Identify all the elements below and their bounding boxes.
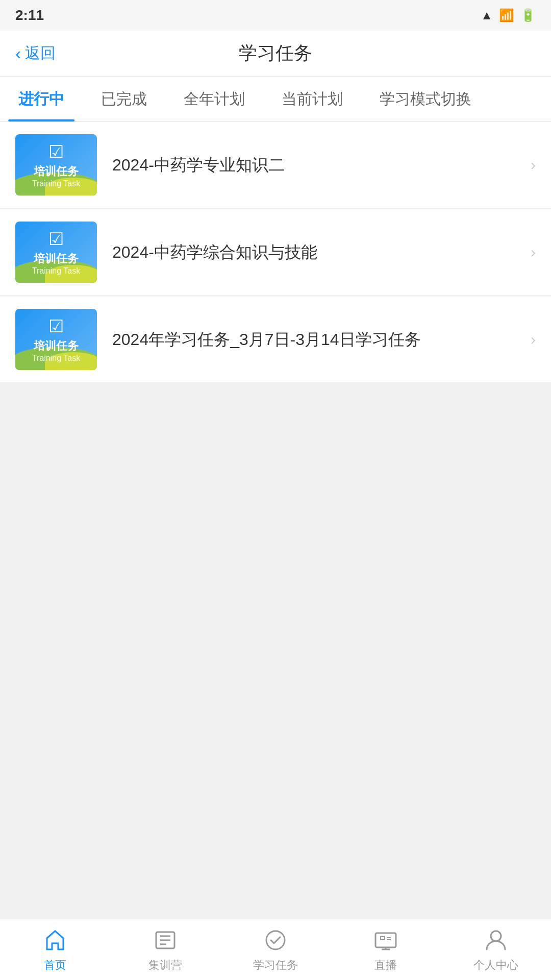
nav-live[interactable]: 直播 <box>331 927 441 973</box>
nav-tasks-label: 学习任务 <box>253 958 298 973</box>
list-icon <box>152 927 179 953</box>
signal-icon: 📶 <box>499 8 514 22</box>
svg-rect-5 <box>375 933 396 947</box>
user-icon <box>483 927 509 953</box>
tab-mode[interactable]: 学习模式切换 <box>361 77 490 121</box>
bottom-nav: 首页 集训营 学习任务 <box>0 919 551 980</box>
thumbnail-label-2: 培训任务 Training Task <box>32 251 80 276</box>
svg-rect-8 <box>381 937 385 940</box>
wifi-icon: ▲ <box>481 8 493 22</box>
check-circle-icon <box>262 927 289 953</box>
battery-icon: 🔋 <box>520 8 536 22</box>
tab-current[interactable]: 当前计划 <box>263 77 361 121</box>
svg-point-11 <box>491 931 501 941</box>
back-arrow-icon: ‹ <box>15 43 21 63</box>
chevron-right-icon-2: › <box>531 243 536 261</box>
checkbox-icon: ☑ <box>48 229 64 249</box>
tab-yearly[interactable]: 全年计划 <box>165 77 263 121</box>
checkbox-icon: ☑ <box>48 316 64 336</box>
chevron-right-icon-1: › <box>531 156 536 174</box>
status-bar: 2:11 ▲ 📶 🔋 <box>0 0 551 31</box>
nav-camp[interactable]: 集训营 <box>110 927 220 973</box>
task-list: ☑ 培训任务 Training Task 2024-中药学专业知识二 › ☑ 培… <box>0 122 551 980</box>
nav-home[interactable]: 首页 <box>0 927 110 973</box>
tabs-container: 进行中 已完成 全年计划 当前计划 学习模式切换 <box>0 77 551 122</box>
back-button[interactable]: ‹ 返回 <box>15 43 56 64</box>
tab-completed[interactable]: 已完成 <box>83 77 165 121</box>
nav-profile-label: 个人中心 <box>473 958 518 973</box>
status-time: 2:11 <box>15 7 44 23</box>
task-title-1: 2024-中药学专业知识二 <box>112 154 525 177</box>
nav-home-label: 首页 <box>44 958 66 973</box>
nav-profile[interactable]: 个人中心 <box>441 927 551 973</box>
task-thumbnail-3: ☑ 培训任务 Training Task <box>15 309 97 370</box>
page-title: 学习任务 <box>239 41 312 66</box>
task-title-2: 2024-中药学综合知识与技能 <box>112 241 525 264</box>
chevron-right-icon-3: › <box>531 331 536 348</box>
home-icon <box>42 927 68 953</box>
tv-icon <box>372 927 399 953</box>
list-item[interactable]: ☑ 培训任务 Training Task 2024-中药学专业知识二 › <box>0 122 551 208</box>
list-item[interactable]: ☑ 培训任务 Training Task 2024-中药学综合知识与技能 › <box>0 209 551 296</box>
header: ‹ 返回 学习任务 <box>0 31 551 77</box>
thumbnail-label-3: 培训任务 Training Task <box>32 338 80 363</box>
tab-ongoing[interactable]: 进行中 <box>0 77 83 121</box>
nav-tasks[interactable]: 学习任务 <box>220 927 331 973</box>
list-item[interactable]: ☑ 培训任务 Training Task 2024年学习任务_3月7日-3月14… <box>0 297 551 383</box>
thumbnail-label-1: 培训任务 Training Task <box>32 164 80 188</box>
task-title-3: 2024年学习任务_3月7日-3月14日学习任务 <box>112 328 525 351</box>
back-label: 返回 <box>25 43 56 64</box>
task-thumbnail-1: ☑ 培训任务 Training Task <box>15 134 97 195</box>
checkbox-icon: ☑ <box>48 141 64 162</box>
status-icons: ▲ 📶 🔋 <box>481 8 536 22</box>
task-thumbnail-2: ☑ 培训任务 Training Task <box>15 222 97 283</box>
svg-point-4 <box>266 931 285 949</box>
main-wrapper: ‹ 返回 学习任务 进行中 已完成 全年计划 当前计划 学习模式切换 ☑ 培训任 <box>0 31 551 980</box>
nav-live-label: 直播 <box>374 958 397 973</box>
nav-camp-label: 集训营 <box>148 958 182 973</box>
